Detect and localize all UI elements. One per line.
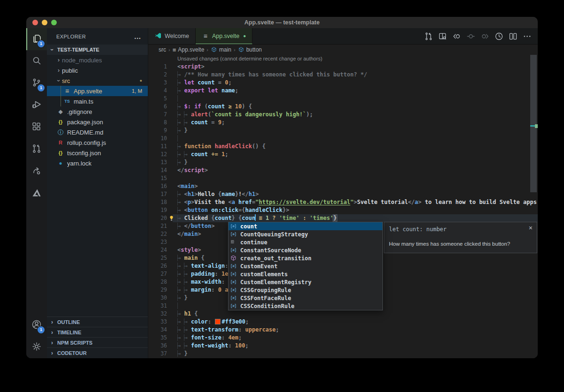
codelens-unsaved-changes[interactable]: Unsaved changes (cannot determine recent…: [148, 55, 538, 63]
code-line[interactable]: 12→ → count += 1;: [148, 151, 538, 158]
tree-item-yarn-lock[interactable]: ●yarn.lock: [47, 158, 148, 168]
lightbulb-icon[interactable]: [168, 215, 175, 222]
token: →: [177, 143, 184, 150]
code-line[interactable]: 5: [148, 95, 538, 103]
maximize-window-button[interactable]: [51, 20, 57, 25]
code-line[interactable]: 37→ }: [148, 350, 538, 358]
token: 4em: [225, 334, 238, 341]
code-line[interactable]: 16<main>: [148, 182, 538, 190]
activity-item-source-control[interactable]: 1: [26, 72, 47, 94]
code-line[interactable]: 9→ }: [148, 127, 538, 135]
tour-step-icon[interactable]: [464, 29, 478, 43]
more-actions-icon[interactable]: …: [134, 32, 141, 40]
code-line[interactable]: 17→ <h1>Hello {name}!</h1>: [148, 190, 538, 198]
section-timeline[interactable]: ›TIMELINE: [47, 327, 148, 337]
title-bar: App.svelte — test-template: [26, 17, 538, 28]
tree-item-main-ts[interactable]: TSmain.ts: [47, 96, 148, 106]
navigate-back-icon[interactable]: [450, 29, 464, 43]
suggest-item-countqueuingstrategy[interactable]: CountQueuingStrategy: [229, 230, 382, 238]
code-line[interactable]: 36→ → font-weight: 100;: [148, 342, 538, 350]
breadcrumb-app-svelte[interactable]: ≡App.svelte: [173, 46, 205, 53]
activity-item-search[interactable]: [26, 50, 47, 72]
activity-item-azure[interactable]: [26, 182, 47, 204]
code-line[interactable]: 35→ → font-size: 4em;: [148, 334, 538, 342]
token: →: [177, 310, 184, 317]
code-line[interactable]: 1<script>: [148, 63, 538, 71]
suggest-item-cssfontfacerule[interactable]: CSSFontFaceRule: [229, 294, 382, 302]
modified-dot: ●: [140, 78, 148, 83]
line-number: 5: [148, 95, 167, 103]
suggest-item-create_out_transition[interactable]: create_out_transition: [229, 254, 382, 262]
chevron-right-icon: ›: [49, 350, 55, 356]
compare-changes-icon[interactable]: [421, 29, 435, 43]
activity-item-pull-requests[interactable]: [26, 138, 47, 160]
code-line[interactable]: 34→ → text-transform: uppercase;: [148, 326, 538, 334]
code-line[interactable]: 3→ let count = 0;: [148, 79, 538, 87]
suggest-item-constantsourcenode[interactable]: ConstantSourceNode: [229, 246, 382, 254]
section-codetour[interactable]: ›CODETOUR: [47, 347, 148, 358]
activity-item-accounts[interactable]: 1: [26, 314, 47, 336]
activity-item-explorer[interactable]: 1: [26, 28, 47, 50]
scrollbar-thumb[interactable]: [530, 55, 537, 192]
tree-item-public[interactable]: ›public: [47, 65, 148, 75]
code-line[interactable]: 8→ → count = 9;: [148, 119, 538, 127]
tree-item-package-json[interactable]: {}package.json: [47, 117, 148, 127]
suggest-item-customelements[interactable]: customElements: [229, 270, 382, 278]
start-tour-icon[interactable]: [492, 29, 506, 43]
tree-item--gitignore[interactable]: ◆.gitignore: [47, 106, 148, 117]
token: main: [184, 255, 198, 261]
suggest-item-count[interactable]: count: [229, 222, 382, 230]
git-status-badge: 1, M: [132, 88, 148, 94]
token: ;: [235, 87, 238, 94]
activity-item-extensions[interactable]: [26, 116, 47, 138]
code-line[interactable]: 18→ <p>Visit the <a href="https://svelte…: [148, 198, 538, 206]
code-line[interactable]: 20→ Clicked {count} {coun ≡ 1 ? 'time' :…: [148, 214, 538, 222]
tree-root-folder[interactable]: › TEST-TEMPLATE: [47, 45, 148, 55]
breadcrumb-src[interactable]: src: [159, 46, 166, 53]
code-line[interactable]: 10: [148, 135, 538, 143]
suggest-item-cssconditionrule[interactable]: CSSConditionRule: [229, 302, 382, 310]
tree-item-node-modules[interactable]: ›node_modules: [47, 55, 148, 65]
code-line[interactable]: 13→ }: [148, 158, 538, 166]
code-line[interactable]: 11→ function handleClick() {: [148, 143, 538, 151]
suggest-item-customelementregistry[interactable]: CustomElementRegistry: [229, 278, 382, 286]
code-line[interactable]: 7→ → alert(`count is dangerously high!`)…: [148, 111, 538, 119]
code-line[interactable]: 14</script>: [148, 166, 538, 174]
code-line[interactable]: 19→ <button on:click={handleClick}>: [148, 206, 538, 214]
open-preview-icon[interactable]: [435, 29, 450, 43]
tree-item-readme-md[interactable]: iREADME.md: [47, 127, 148, 137]
breadcrumb-main[interactable]: main: [211, 46, 231, 53]
token: →: [184, 271, 191, 277]
minimize-window-button[interactable]: [42, 20, 47, 25]
token: </: [184, 223, 191, 229]
code-line[interactable]: 33→ → color: #ff3e00;: [148, 318, 538, 326]
more-actions-icon[interactable]: [520, 29, 534, 43]
close-window-button[interactable]: [32, 20, 38, 25]
tab-app-svelte[interactable]: ≡App.svelte●: [196, 28, 252, 44]
code-line[interactable]: 4→ export let name;: [148, 87, 538, 95]
code-line[interactable]: 32→ h1 {: [148, 310, 538, 318]
tab-welcome[interactable]: Welcome: [148, 28, 196, 44]
activity-item-live-share[interactable]: [26, 160, 47, 182]
tree-item-src[interactable]: ›src●: [47, 75, 148, 86]
suggest-item-continue[interactable]: continue: [229, 238, 382, 246]
token: uppercase: [242, 326, 275, 333]
tree-item-tsconfig-json[interactable]: {}tsconfig.json: [47, 148, 148, 158]
close-icon[interactable]: ×: [529, 224, 533, 232]
activity-item-settings[interactable]: [26, 336, 47, 358]
tree-item-app-svelte[interactable]: ≡App.svelte1, M: [47, 86, 148, 96]
section-outline[interactable]: ›OUTLINE: [47, 317, 148, 327]
code-line[interactable]: 2→ /** How many times has someone clicke…: [148, 71, 538, 79]
section-npm-scripts[interactable]: ›NPM SCRIPTS: [47, 337, 148, 347]
suggest-item-cssgroupingrule[interactable]: CSSGroupingRule: [229, 286, 382, 294]
token: main: [181, 183, 194, 189]
tree-item-rollup-config-js[interactable]: Rrollup.config.js: [47, 137, 148, 148]
breadcrumb-button[interactable]: button: [238, 46, 262, 53]
split-editor-icon[interactable]: [506, 29, 520, 43]
code-line[interactable]: 15: [148, 174, 538, 182]
suggest-item-customevent[interactable]: CustomEvent: [229, 262, 382, 270]
code-line[interactable]: 6→ $: if (count ≥ 10) {: [148, 103, 538, 111]
navigate-forward-icon[interactable]: [478, 29, 492, 43]
code-editor[interactable]: Unsaved changes (cannot determine recent…: [148, 55, 538, 358]
activity-item-run-debug[interactable]: [26, 94, 47, 116]
